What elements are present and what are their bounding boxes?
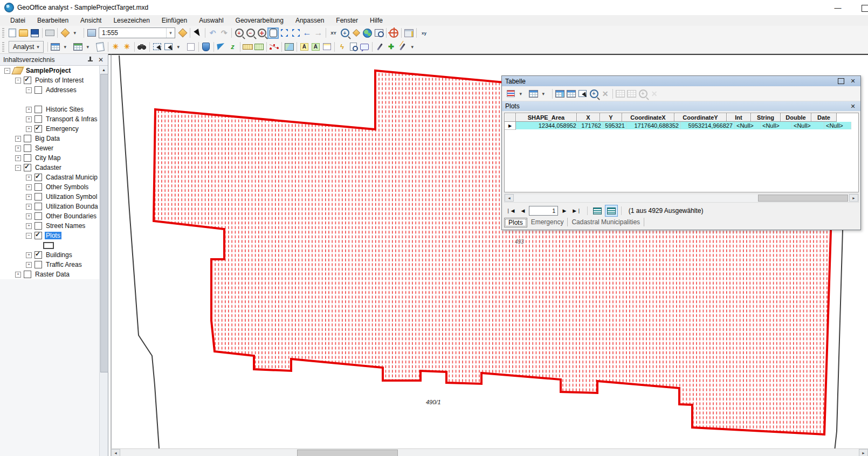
xy-info-icon[interactable]: xy xyxy=(418,27,430,39)
pen-star-icon[interactable] xyxy=(397,41,408,52)
zoom-in-icon[interactable]: + xyxy=(233,27,245,39)
cell-double[interactable]: <Null> xyxy=(792,122,824,129)
add-point-star-icon[interactable]: ✳ xyxy=(110,41,121,52)
sidebar-scrollbar-thumb[interactable] xyxy=(100,74,108,372)
menu-datei[interactable]: Datei xyxy=(4,16,31,25)
undo-icon[interactable]: ↶ xyxy=(207,27,218,39)
layer-visibility-checkbox[interactable] xyxy=(35,125,42,133)
clear-selection-icon[interactable]: ✕ xyxy=(600,88,611,99)
menu-ansicht[interactable]: Ansicht xyxy=(74,16,107,25)
related-tables-dropdown-icon[interactable]: ▾ xyxy=(539,88,550,99)
layer-diamond-icon[interactable] xyxy=(177,27,188,39)
switch-selection-icon[interactable] xyxy=(566,88,577,99)
layer-item-bigdata[interactable]: +Big Data xyxy=(0,134,99,143)
table-horizontal-scrollbar[interactable]: ◄ ► xyxy=(504,194,859,203)
layer-visibility-checkbox[interactable] xyxy=(35,222,42,230)
column-header-coordinatex[interactable]: CoordinateX xyxy=(622,113,674,122)
layer-item-emergency[interactable]: +Emergency xyxy=(0,124,99,134)
select-features-icon[interactable] xyxy=(151,41,163,52)
layer-label[interactable]: Emergency xyxy=(45,125,80,133)
zoom-to-selected-icon[interactable]: + xyxy=(588,88,600,99)
annotation-note-icon[interactable] xyxy=(321,41,333,52)
table-tab-emergency[interactable]: Emergency xyxy=(527,218,568,226)
layer-item-utilizationbounda[interactable]: +Utilization Bounda xyxy=(0,202,99,211)
layer-visibility-checkbox[interactable] xyxy=(24,135,31,142)
layer-visibility-checkbox[interactable] xyxy=(35,212,42,220)
table-options-dropdown-icon[interactable]: ▾ xyxy=(516,88,528,99)
expand-icon[interactable]: + xyxy=(26,175,32,181)
layer-label[interactable]: Raster Data xyxy=(34,271,71,278)
map-scroll-right-icon[interactable]: ► xyxy=(859,449,868,456)
layer-label[interactable]: Other Boundaries xyxy=(45,212,98,220)
collapse-icon[interactable]: − xyxy=(15,165,21,171)
layer-visibility-checkbox[interactable] xyxy=(35,261,42,268)
column-header-coordinatey[interactable]: CoordinateY xyxy=(674,113,727,122)
expand-icon[interactable]: + xyxy=(26,213,32,219)
page-flip-icon[interactable] xyxy=(95,41,106,52)
layer-visibility-checkbox[interactable] xyxy=(24,77,31,84)
layer-visibility-checkbox[interactable] xyxy=(24,271,31,278)
cell-x[interactable]: 171762 xyxy=(578,122,603,129)
layer-item-utilizationsymbol[interactable]: +Utilization Symbol xyxy=(0,192,99,202)
record-number-input[interactable]: 1 xyxy=(529,206,558,216)
toolbar-grip[interactable] xyxy=(2,42,4,52)
plots-legend-item[interactable] xyxy=(0,240,99,250)
map-horizontal-scrollbar[interactable]: ◄ ► xyxy=(111,448,868,456)
layer-item-othersymbols[interactable]: +Other Symbols xyxy=(0,182,99,192)
cell-y[interactable]: 595321 xyxy=(603,122,627,129)
last-record-button[interactable]: ▶ xyxy=(570,208,583,213)
layer-visibility-checkbox[interactable] xyxy=(24,164,31,171)
pen-icon[interactable] xyxy=(374,41,385,52)
redo-icon[interactable]: ↷ xyxy=(218,27,230,39)
layer-label[interactable]: Points of Interest xyxy=(34,77,85,84)
collapse-icon[interactable]: − xyxy=(26,233,32,239)
viewer-window-icon[interactable] xyxy=(373,27,384,39)
map-scrollbar-thumb[interactable] xyxy=(297,450,398,456)
previous-record-button[interactable]: ◀ xyxy=(519,208,527,213)
layer-item-buildings[interactable]: +Buildings xyxy=(0,250,99,260)
add-data-icon[interactable] xyxy=(59,27,71,39)
sidebar-scrollbar[interactable]: ▲ xyxy=(99,66,108,456)
select-dropdown-icon[interactable]: ▾ xyxy=(174,41,185,52)
layer-item-pointsofinterest[interactable]: −Points of Interest xyxy=(0,75,99,85)
next-record-button[interactable]: ▶ xyxy=(560,208,568,213)
sidebar-close-icon[interactable]: ✕ xyxy=(98,56,104,64)
layer-visibility-checkbox[interactable] xyxy=(35,232,42,239)
scale-combo[interactable]: 1:555▾ xyxy=(99,27,175,38)
table-layer-close-icon[interactable]: ✕ xyxy=(849,103,857,110)
layer-label[interactable]: Cadaster xyxy=(34,164,63,171)
layer-visibility-checkbox[interactable] xyxy=(35,183,42,191)
fixed-zoom-out-icon[interactable] xyxy=(290,27,301,39)
layer-label[interactable]: Plots xyxy=(45,232,61,239)
back-extent-icon[interactable]: ← xyxy=(301,27,313,39)
column-header-int[interactable]: Int xyxy=(727,113,751,122)
layer-item-sampleproject[interactable]: −SampleProject xyxy=(0,66,99,75)
table-scroll-right-icon[interactable]: ► xyxy=(849,194,858,202)
expand-icon[interactable]: + xyxy=(26,223,32,229)
select-cursor-icon[interactable] xyxy=(192,27,203,39)
layer-label[interactable]: Addresses xyxy=(45,86,78,94)
expand-icon[interactable]: + xyxy=(15,155,21,161)
layer-label[interactable]: Buildings xyxy=(45,251,73,259)
column-header-string[interactable]: String xyxy=(751,113,781,122)
select-by-attributes-icon[interactable] xyxy=(577,88,588,99)
layer-label[interactable]: Other Symbols xyxy=(45,183,89,191)
expand-icon[interactable]: + xyxy=(26,252,32,258)
expand-icon[interactable]: + xyxy=(15,272,21,278)
select-related-icon[interactable] xyxy=(554,88,566,99)
map-scroll-left-icon[interactable]: ◄ xyxy=(111,449,120,456)
table-tab-plots[interactable]: Plots xyxy=(504,218,527,227)
layer-label[interactable]: Sewer xyxy=(34,144,54,152)
layer-visibility-checkbox[interactable] xyxy=(35,86,42,94)
globe-icon[interactable] xyxy=(362,27,373,39)
layer-visibility-checkbox[interactable] xyxy=(35,115,42,123)
first-record-button[interactable]: ◀ xyxy=(504,208,516,213)
menu-auswahl[interactable]: Auswahl xyxy=(193,16,229,25)
identify-icon[interactable] xyxy=(350,27,362,39)
column-header-y[interactable]: Y xyxy=(600,113,622,122)
search-binoculars-icon[interactable] xyxy=(136,41,148,52)
zoom-out-icon[interactable]: − xyxy=(245,27,256,39)
layer-item-sewer[interactable]: +Sewer xyxy=(0,143,99,153)
layer-item-historicsites[interactable]: +Historic Sites xyxy=(0,105,99,114)
zoom-full-extent-icon[interactable]: ✛ xyxy=(256,27,267,39)
